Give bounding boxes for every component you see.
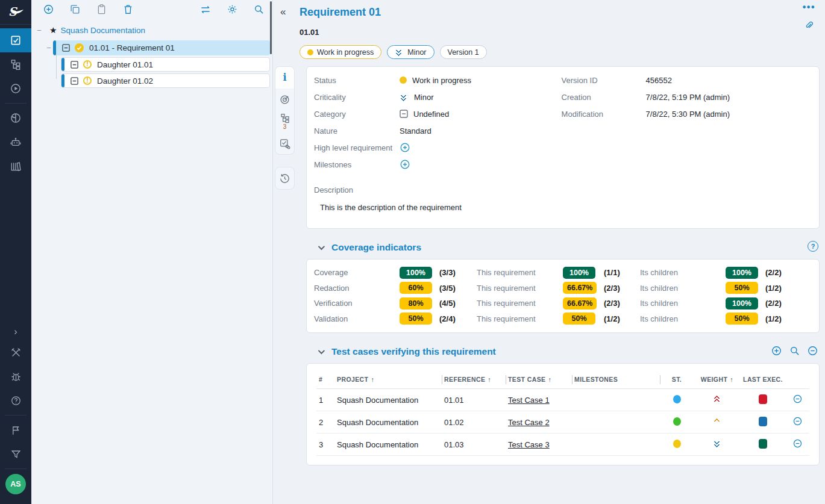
column-header-reference[interactable]: REFERENCE↑ <box>442 370 506 389</box>
sidebar-item-bugtracker[interactable] <box>0 364 31 388</box>
sidebar-item-administration[interactable] <box>0 340 31 364</box>
square-minus-icon[interactable] <box>71 61 78 69</box>
tab-coverage[interactable] <box>275 89 294 110</box>
sidebar-item-help[interactable] <box>0 388 31 412</box>
status-dot <box>673 417 681 426</box>
test-case-link[interactable]: Test Case 2 <box>508 418 550 427</box>
test-case-link[interactable]: Test Case 3 <box>508 440 550 449</box>
search-icon[interactable] <box>789 345 800 356</box>
coverage-badge: 50% <box>563 313 595 325</box>
bug-icon <box>10 371 22 382</box>
column-header-last-exec[interactable]: LAST EXEC. <box>741 370 785 389</box>
column-header-num[interactable]: # <box>316 370 334 389</box>
version-badge[interactable]: Version 1 <box>440 45 487 59</box>
tab-information[interactable]: i <box>275 67 294 89</box>
user-avatar[interactable]: AS <box>5 474 26 494</box>
add-circle-icon[interactable] <box>771 345 782 356</box>
plus-circle-icon[interactable] <box>400 159 410 170</box>
unlink-row-icon[interactable] <box>792 438 803 449</box>
coverage-badge: 66.67% <box>563 297 597 310</box>
coverage-row: Validation 50% (2/4) This requirement 50… <box>314 311 819 327</box>
help-icon[interactable]: ? <box>808 241 818 252</box>
sidebar-item-filter[interactable] <box>0 442 31 466</box>
verifying-test-cases-tree-icon <box>280 113 290 123</box>
criticality-badge[interactable]: Minor <box>387 45 434 59</box>
tab-verifying-test-cases[interactable]: 3 <box>275 110 294 132</box>
search-icon[interactable] <box>251 2 266 17</box>
requirement-node-label: 01.01 - Requirement 01 <box>89 43 175 52</box>
paperclip-icon[interactable] <box>805 18 814 34</box>
sort-asc-icon: ↑ <box>371 376 374 383</box>
test-cases-hierarchy-icon <box>10 58 22 70</box>
requirements-checkbox-icon <box>10 34 22 46</box>
sidebar-expand-button[interactable]: › <box>0 323 31 340</box>
tree-node-requirement[interactable]: − 01.01 - Requirement 01 <box>45 40 270 55</box>
tree-node-daughter-2[interactable]: ! Daughter 01.02 <box>61 73 270 88</box>
field-creation: Creation 7/8/22, 5:19 PM (admin) <box>562 89 819 105</box>
requirement-color-bar <box>61 74 64 87</box>
status-dot <box>673 440 681 448</box>
test-case-row: 2 Squash Documentation 01.02 Test Case 2 <box>316 411 809 434</box>
squash-logo[interactable]: S <box>0 0 31 25</box>
collapse-chevron-icon[interactable] <box>318 347 325 354</box>
project-node-label: Squash Documentation <box>61 26 145 35</box>
selected-tree-row[interactable]: 01.01 - Requirement 01 <box>53 40 270 55</box>
status-dot <box>673 395 681 403</box>
anchor-group-history <box>275 167 295 190</box>
sidebar-item-milestones[interactable] <box>0 418 31 442</box>
requirements-tree-panel: − ★ Squash Documentation − 01.01 - Requi… <box>31 0 273 504</box>
column-header-project[interactable]: PROJECT↑ <box>334 370 442 389</box>
column-header-weight[interactable]: WEIGHT↑ <box>694 370 741 389</box>
tree-children: ! Daughter 01.01 ! Daughter 01.02 <box>61 57 270 88</box>
more-options-icon[interactable]: ••• <box>803 1 815 13</box>
tab-history[interactable] <box>275 167 294 189</box>
collapse-chevron-icon[interactable] <box>318 243 325 250</box>
sidebar-divider <box>5 415 27 415</box>
square-minus-icon[interactable] <box>71 77 78 85</box>
warning-circle-icon: ! <box>83 76 92 85</box>
collapse-toggle[interactable]: − <box>45 43 53 52</box>
anchor-group-main: i 3 <box>275 66 295 155</box>
verifying-test-cases-panel: # PROJECT↑ REFERENCE↑ TEST CASE↑ MILESTO… <box>306 363 820 465</box>
unlink-row-icon[interactable] <box>792 416 803 426</box>
delete-icon[interactable] <box>120 2 136 17</box>
settings-gear-icon[interactable] <box>224 2 240 17</box>
column-header-status[interactable]: ST. <box>660 370 694 389</box>
collapse-toggle[interactable]: − <box>35 26 43 35</box>
tree-node-project[interactable]: − ★ Squash Documentation <box>35 22 270 38</box>
swap-arrows-icon[interactable] <box>198 2 213 17</box>
cards-column: Status Work in progress Criticality Mino… <box>306 66 820 465</box>
tree-toolbar <box>31 0 272 19</box>
plus-circle-icon[interactable] <box>400 142 410 153</box>
coverage-target-icon <box>279 94 290 105</box>
copy-icon[interactable] <box>67 2 83 17</box>
field-modification: Modification 7/8/22, 5:30 PM (admin) <box>562 105 819 122</box>
coverage-badge: 50% <box>400 313 432 325</box>
status-badge[interactable]: Work in progress <box>300 45 381 59</box>
unlink-row-icon[interactable] <box>792 394 803 404</box>
tools-icon <box>10 347 22 358</box>
column-header-test-case[interactable]: TEST CASE↑ <box>506 370 572 389</box>
sidebar-item-automation[interactable] <box>0 130 31 154</box>
chevron-right-icon: › <box>14 326 17 337</box>
test-case-link[interactable]: Test Case 1 <box>508 396 550 405</box>
tree-scrollbar[interactable] <box>270 1 272 54</box>
field-category: Category Undefined <box>314 105 562 122</box>
add-circle-icon[interactable] <box>40 2 56 17</box>
coverage-row: Verification 80% (4/5) This requirement … <box>314 296 819 311</box>
sidebar-item-test-cases[interactable] <box>0 52 31 76</box>
sidebar-item-library[interactable] <box>0 154 31 178</box>
history-clock-icon <box>279 173 290 184</box>
unlink-circle-icon[interactable] <box>807 345 818 356</box>
header-actions: ••• <box>803 1 815 34</box>
coverage-badge: 100% <box>400 267 432 279</box>
column-header-milestones[interactable]: MILESTONES <box>572 370 660 389</box>
sidebar-item-executions[interactable] <box>0 76 31 101</box>
paste-icon[interactable] <box>93 2 109 17</box>
square-minus-icon[interactable] <box>62 44 70 52</box>
tree-node-daughter-1[interactable]: ! Daughter 01.01 <box>61 57 270 72</box>
sidebar-item-reporting[interactable] <box>0 106 31 130</box>
tab-linked-requirements[interactable] <box>275 132 294 154</box>
sidebar-item-requirements[interactable] <box>0 28 31 52</box>
collapse-panel-icon[interactable]: « <box>280 6 286 18</box>
